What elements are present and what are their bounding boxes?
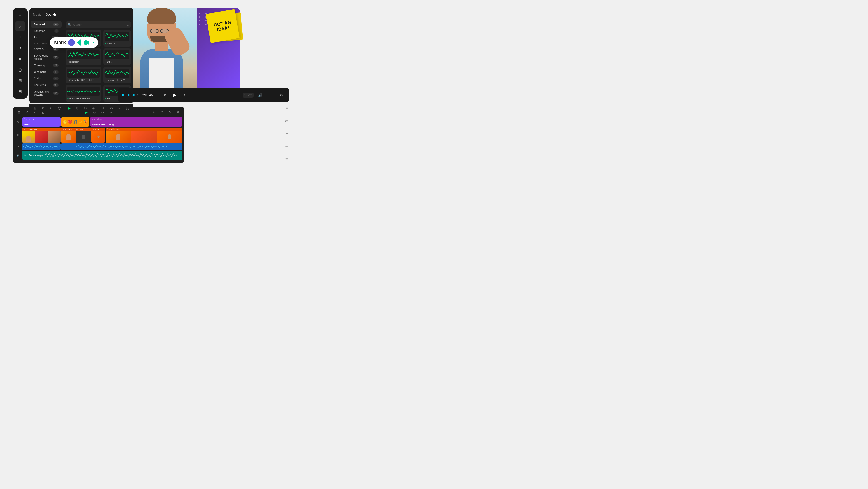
player-bar: 00:20.345 / 00:20.345 ↺ ▶ ↻ 16:9 ▾ 🔊 ⛶ ⚙ bbox=[118, 88, 289, 102]
settings-button[interactable]: ⚙ bbox=[278, 91, 285, 99]
effects-button[interactable]: ✦ bbox=[15, 43, 25, 53]
undo-button[interactable]: ↺ bbox=[40, 105, 46, 111]
aspect-ratio-selector[interactable]: 16:9 ▾ bbox=[243, 92, 254, 97]
thumb-person bbox=[48, 131, 61, 143]
paint-button[interactable]: ◆ bbox=[15, 54, 25, 64]
voice-waveform bbox=[77, 39, 94, 46]
snap-btn[interactable]: ⊕ bbox=[90, 105, 97, 111]
timeline-filter-btn[interactable]: ⊟ bbox=[32, 105, 38, 111]
track-main-audio-visibility-btn[interactable]: 🔊 bbox=[16, 153, 20, 157]
timeline-controls-bar: ⊟ ↺ ↻ 🗑 ▶ ⊘ ✂ ⊕ + ⏱ ≈ ⛓ bbox=[29, 104, 133, 112]
play-button[interactable]: ▶ bbox=[171, 91, 179, 99]
cut-btn[interactable]: ✂ bbox=[82, 105, 89, 111]
track-video-visibility-btn[interactable]: 👁 bbox=[16, 133, 20, 137]
play-icon: ▶ bbox=[174, 92, 177, 97]
sound-card-3[interactable]: +Big Boom bbox=[66, 49, 101, 65]
sidebar-item-glitches[interactable]: Glitches and buzzing 35 bbox=[31, 88, 62, 98]
fullscreen-button[interactable]: ⛶ bbox=[267, 91, 274, 99]
track-title: 👁 fx·1 Tittle 4 Hello 😊 ❤️ 🎵 ✨ 🎉 fx·1 Ti… bbox=[15, 117, 182, 127]
track-audio-video-visibility-btn[interactable]: 👁 bbox=[16, 145, 20, 149]
track-main-audio: 🔊 fx·1 Dreamer.mp4 bbox=[15, 151, 182, 160]
rewind-icon: ↺ bbox=[164, 93, 166, 97]
tl-filter-btn[interactable]: ⊟ bbox=[16, 109, 22, 115]
library-button[interactable]: ⊞ bbox=[15, 76, 25, 86]
sound-wave-5 bbox=[67, 68, 100, 78]
main-audio-waveform bbox=[45, 152, 180, 159]
delete-button[interactable]: 🗑 bbox=[56, 105, 63, 111]
progress-fill bbox=[192, 95, 215, 95]
tl-loop-btn[interactable]: ⟳ bbox=[167, 109, 173, 115]
title-clip-2[interactable]: fx·1 Tittle 4 When I Was Young bbox=[90, 117, 182, 127]
speed-btn[interactable]: ≈ bbox=[116, 105, 123, 111]
sound-card-5[interactable]: +Cinematic Hit Bass (title) bbox=[66, 67, 101, 83]
sidebar-item-cinematic[interactable]: Cinematic 40 bbox=[31, 69, 62, 75]
sound-card-2[interactable]: +Bass Hit bbox=[103, 30, 131, 47]
video-clip-label-1: fx·1 Video.mov bbox=[22, 127, 61, 131]
sound-card-4[interactable]: +Bu... bbox=[103, 49, 131, 65]
progress-bar[interactable] bbox=[192, 95, 239, 95]
track-visibility-btn[interactable]: 👁 bbox=[16, 120, 20, 124]
audio-wave-clip-1[interactable] bbox=[22, 143, 61, 150]
sounds-tabs: Music Sounds bbox=[29, 8, 133, 19]
sound-card-6[interactable]: +drop-item-heavy2 bbox=[103, 67, 131, 83]
track-title-controls: 👁 bbox=[15, 117, 21, 127]
add-track-btn[interactable]: + bbox=[100, 105, 106, 111]
text-icon: T bbox=[19, 35, 21, 39]
library-icon: ⊞ bbox=[19, 78, 22, 83]
tl-add-btn[interactable]: + bbox=[151, 109, 157, 115]
redo-button[interactable]: ↻ bbox=[48, 105, 55, 111]
sidebar-item-favorites[interactable]: Favorites 0 bbox=[31, 28, 62, 34]
link-icon: 🔗 bbox=[96, 135, 100, 139]
time-btn[interactable]: ⏱ bbox=[108, 105, 115, 111]
slice-btn[interactable]: ⊘ bbox=[74, 105, 81, 111]
volume-icon: 🔊 bbox=[258, 93, 263, 97]
tab-music[interactable]: Music bbox=[33, 11, 41, 19]
sidebar-item-background[interactable]: Background noises 55 bbox=[31, 53, 62, 62]
thumb-group-4[interactable] bbox=[105, 131, 182, 143]
thumb-group-1[interactable] bbox=[22, 131, 61, 143]
sound-card-7[interactable]: +Emotional Piano Riff bbox=[66, 85, 101, 102]
thumb-orange-4 bbox=[157, 131, 182, 143]
music-icon: ♪ bbox=[19, 24, 21, 29]
tl-time-btn[interactable]: ⏱ bbox=[159, 109, 165, 115]
sidebar-item-footsteps[interactable]: Footsteps 35 bbox=[31, 82, 62, 88]
emoji-clip[interactable]: 😊 ❤️ 🎵 ✨ 🎉 bbox=[61, 117, 89, 127]
sidebar-item-cheering[interactable]: Cheering 27 bbox=[31, 62, 62, 68]
voice-play-button[interactable]: ⏸ bbox=[68, 39, 75, 46]
effects-icon: ✦ bbox=[19, 46, 22, 51]
music-button[interactable]: ♪ bbox=[15, 21, 25, 31]
voice-tag: Mark ⏸ bbox=[50, 37, 98, 48]
track-audio-video: 👁 bbox=[15, 143, 182, 150]
rewind-button[interactable]: ↺ bbox=[161, 91, 168, 99]
audio-wave-clip-2[interactable] bbox=[61, 143, 182, 150]
sidebar-item-featured[interactable]: Featured 32 bbox=[31, 21, 62, 28]
track-video: 👁 fx·1 Video.mov fx·1 Video_15666.mov fx… bbox=[15, 127, 182, 143]
tl-link-btn[interactable]: ⛓ bbox=[175, 109, 181, 115]
volume-button[interactable]: 🔊 bbox=[257, 91, 264, 99]
sidebar-item-clicks[interactable]: Clicks 34 bbox=[31, 75, 62, 82]
play-timeline-btn[interactable]: ▶ bbox=[66, 105, 72, 111]
forward-button[interactable]: ↻ bbox=[181, 91, 188, 99]
video-label-row: fx·1 Video.mov fx·1 Video_15666.mov fx·1… bbox=[22, 127, 182, 131]
tab-sounds[interactable]: Sounds bbox=[46, 11, 57, 19]
text-button[interactable]: T bbox=[15, 32, 25, 42]
history-button[interactable]: ◷ bbox=[15, 65, 25, 75]
player-time: 00:20.345 / 00:20.345 bbox=[122, 93, 158, 97]
grid-button[interactable]: ⊟ bbox=[15, 86, 25, 96]
paint-icon: ◆ bbox=[19, 56, 22, 61]
filter-icon[interactable]: ⇅ bbox=[126, 23, 129, 27]
add-icon: + bbox=[19, 13, 22, 18]
thumb-group-3[interactable]: 🔗 bbox=[91, 131, 105, 143]
gear-icon: ⚙ bbox=[280, 93, 283, 97]
sound-wave-2 bbox=[105, 32, 129, 41]
add-button[interactable]: + bbox=[15, 10, 25, 20]
link-btn[interactable]: ⛓ bbox=[124, 105, 131, 111]
thumb-group-2[interactable] bbox=[61, 131, 91, 143]
video-clip-label-3: fx·1 Vid bbox=[91, 127, 105, 131]
search-input[interactable] bbox=[73, 23, 125, 27]
voice-name: Mark bbox=[54, 39, 66, 46]
title-clip-1[interactable]: fx·1 Tittle 4 Hello bbox=[22, 117, 61, 127]
main-audio-clip[interactable]: fx·1 Dreamer.mp4 bbox=[22, 151, 182, 160]
sounds-sidebar: Featured 32 Favorites 0 Free 693 КАТЕГОР… bbox=[29, 19, 63, 103]
thumb-orange-1 bbox=[61, 131, 76, 143]
